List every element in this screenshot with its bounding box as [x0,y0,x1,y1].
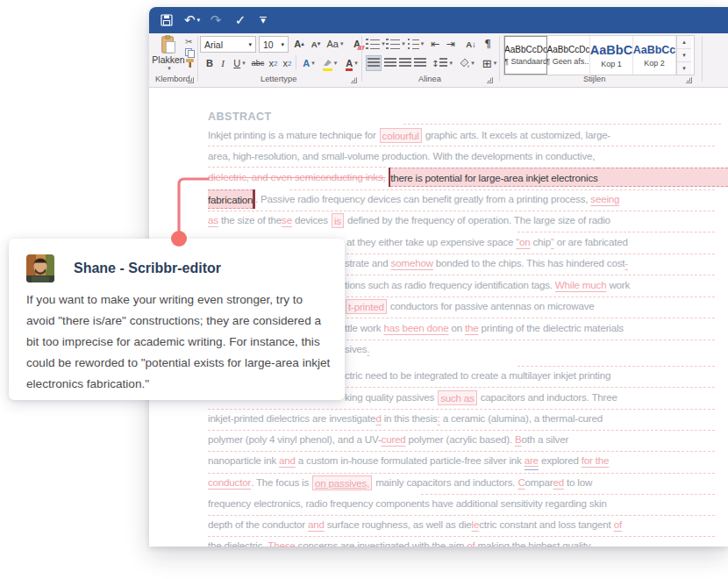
shrink-mark-icon: ▾ [318,40,321,47]
grow-font-icon: A [294,39,301,49]
highlight-color-button[interactable]: ▾ [319,55,340,71]
copy-icon [185,48,195,58]
italic-button[interactable]: I [218,55,228,71]
font-name-combo[interactable]: Arial ▾ [200,36,256,53]
style-sample: AaBbCcDc [504,45,547,54]
clear-formatting-button[interactable]: A [349,36,365,52]
font-name-value: Arial [204,39,223,50]
doc-line: frequency electronics, radio frequency c… [208,494,607,513]
justify-button[interactable] [412,55,427,71]
format-painter-button[interactable] [185,58,198,68]
text-segment: as [208,211,218,230]
style-name: Kop 2 [644,59,665,68]
shading-bucket-icon [459,58,469,68]
text-segment: seeing [590,189,619,209]
customize-quick-access-button[interactable]: ▼ [256,7,270,33]
comment-header: Shane - Scribbr-editor [26,254,221,282]
change-case-button[interactable]: Aa▾ [325,36,345,52]
format-painter-icon [185,58,196,68]
text-segment: are [525,451,539,470]
font-size-combo[interactable]: 10 ▾ [259,36,289,53]
avatar-photo-icon [26,254,54,282]
align-left-button[interactable] [366,55,382,71]
line-spacing-icon: ↕ [432,59,439,68]
font-color-button[interactable]: A ▾ [341,55,362,71]
styles-dialog-launcher[interactable] [686,77,692,83]
clipboard-dialog-launcher[interactable] [188,77,194,83]
shading-button[interactable]: ▾ [456,55,477,71]
text-segment: a ceramic (alumina), a thermal-cured [440,409,603,428]
gallery-scroll-down-button[interactable]: ▾ [677,49,691,62]
change-case-dropdown-icon: ▾ [340,40,344,47]
font-dialog-launcher[interactable] [351,77,357,83]
gallery-more-button[interactable]: ▾ [677,62,691,75]
undo-button[interactable]: ↶ ▾ [181,7,203,33]
align-center-button[interactable] [382,55,397,71]
text-segment: depth of the conductor [208,515,308,534]
show-paragraph-marks-button[interactable]: ¶ [482,36,494,52]
increase-indent-button[interactable]: ⇥ [444,36,458,52]
multilevel-list-button[interactable]: ▾ [406,36,425,52]
undo-icon: ↶ [184,12,196,28]
text-segment: These [268,536,295,547]
line-spacing-button[interactable]: ↕ ▾ [431,55,453,71]
small-divider [296,55,296,69]
style-card-geen-afstand[interactable]: AaBbCcDc ¶ Geen afs... [547,36,590,75]
text-segment: While much [555,275,607,295]
confirm-button[interactable]: ✓ [232,7,249,33]
cut-button[interactable]: ✂ [185,36,198,46]
text-segment: tions such as radio frequency identifica… [345,275,555,295]
text-segment: dielectric, and even semiconducting inks… [208,168,386,187]
borders-button[interactable]: ⊞ ▾ [479,55,500,71]
multilevel-dropdown-icon: ▾ [421,40,425,47]
comment-card[interactable]: Shane - Scribbr-editor If you want to ma… [9,239,345,400]
paragraph-group-label: Alinea [418,75,441,83]
style-card-kop1[interactable]: AaBbC Kop 1 [590,36,633,75]
text-segment: such as [438,390,477,405]
subscript-button[interactable]: x2 [267,55,280,71]
underline-button[interactable]: U ▾ [230,55,249,71]
doc-line: fabrication. Passive radio frequency dev… [208,189,619,209]
grow-font-button[interactable]: A▴ [292,36,306,52]
font-group-label: Lettertype [261,75,296,83]
sort-icon: A↓ [466,39,476,49]
text-segment: conductors for passive antennas on micro… [388,297,595,316]
strikethrough-button[interactable]: abc [249,55,267,71]
style-card-standaard[interactable]: AaBbCcDc ¶ Standaard [504,36,547,75]
text-segment: strate and [345,254,391,273]
text-segment: area, high-resolution, and small-volume … [208,147,595,166]
superscript-button[interactable]: x2 [281,55,294,71]
gallery-scroll-up-button[interactable]: ▴ [677,36,691,49]
text-segment: somehow [391,254,433,273]
text-segment: sives [345,340,367,359]
style-name: Kop 1 [601,60,622,68]
bullet-list-button[interactable]: ▾ [366,36,385,52]
underline-dropdown-icon: ▾ [242,60,246,67]
sort-button[interactable]: A↓ [462,36,480,52]
redo-button[interactable]: ↷ [207,7,225,33]
font-name-dropdown-icon: ▾ [248,41,252,48]
text-effects-button[interactable]: A ▾ [299,55,318,71]
borders-dropdown-icon: ▾ [494,60,497,67]
style-card-kop2[interactable]: AaBbCc Kop 2 [633,36,676,75]
doc-line: king quality passives such as capacitors… [345,388,617,407]
paste-button[interactable]: Plakken ▾ [153,35,184,72]
paragraph-dialog-launcher[interactable] [487,77,493,83]
doc-line: area, high-resolution, and small-volume … [208,147,595,166]
text-segment: work [606,275,630,295]
text-segment: ompar [525,473,553,492]
copy-button[interactable] [185,47,198,58]
shrink-font-button[interactable]: A▾ [309,36,323,52]
text-segment: surface roughness, as well as die [325,515,472,534]
align-right-button[interactable] [397,55,412,71]
text-segment: of [614,515,622,534]
save-button[interactable] [158,7,175,33]
paste-label: Plakken [152,54,184,65]
numbered-list-button[interactable]: ▾ [386,36,405,52]
bold-button[interactable]: B [203,55,216,71]
style-name: ¶ Geen afs... [547,57,590,66]
style-name: ¶ Standaard [504,57,547,66]
comment-anchor-dot[interactable] [171,231,187,247]
decrease-indent-button[interactable]: ⇤ [428,36,442,52]
doc-line: ttle work has been done on the printing … [345,318,624,338]
